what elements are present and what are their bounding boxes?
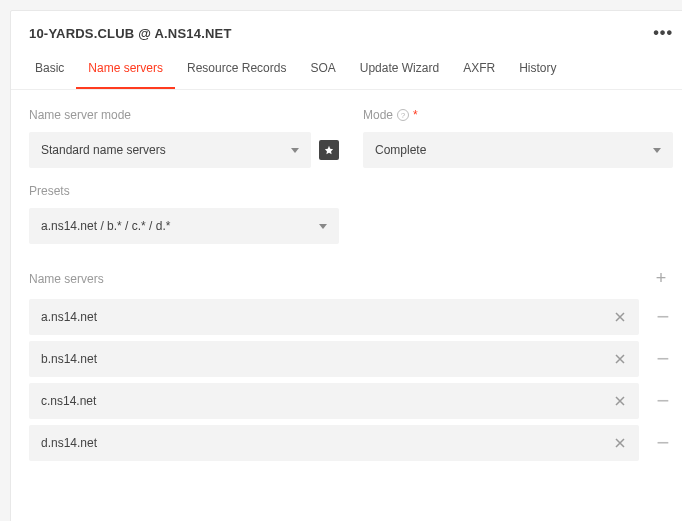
name-server-row: −	[29, 383, 673, 419]
panel-body: Name server mode Standard name servers P…	[11, 90, 682, 497]
name-server-input[interactable]	[41, 394, 611, 408]
remove-name-server-button[interactable]: −	[653, 348, 673, 370]
field-mode: Mode ? * Complete	[363, 108, 673, 168]
more-actions-button[interactable]: •••	[653, 25, 673, 41]
name-servers-header: Name servers +	[29, 268, 673, 289]
close-icon	[615, 354, 625, 364]
tab-resource-records[interactable]: Resource Records	[175, 47, 298, 89]
zone-edit-panel: 10-YARDS.CLUB @ A.NS14.NET ••• Basic Nam…	[10, 10, 682, 521]
clear-input-button[interactable]	[611, 434, 629, 452]
name-server-row: −	[29, 341, 673, 377]
name-server-input[interactable]	[41, 436, 611, 450]
required-indicator: *	[413, 108, 418, 122]
name-server-input[interactable]	[41, 352, 611, 366]
tab-soa[interactable]: SOA	[298, 47, 347, 89]
field-label-name-servers: Name servers	[29, 272, 104, 286]
select-value: Standard name servers	[41, 143, 166, 157]
select-mode[interactable]: Complete	[363, 132, 673, 168]
clear-input-button[interactable]	[611, 308, 629, 326]
panel-title: 10-YARDS.CLUB @ A.NS14.NET	[29, 26, 232, 41]
select-presets[interactable]: a.ns14.net / b.* / c.* / d.*	[29, 208, 339, 244]
close-icon	[615, 438, 625, 448]
chevron-down-icon	[319, 224, 327, 229]
clear-input-button[interactable]	[611, 392, 629, 410]
name-server-input-wrap	[29, 341, 639, 377]
select-value: a.ns14.net / b.* / c.* / d.*	[41, 219, 170, 233]
tab-name-servers[interactable]: Name servers	[76, 47, 175, 89]
panel-header: 10-YARDS.CLUB @ A.NS14.NET •••	[11, 11, 682, 47]
field-label-presets: Presets	[29, 184, 339, 198]
field-label-mode: Mode ? *	[363, 108, 673, 122]
remove-name-server-button[interactable]: −	[653, 432, 673, 454]
field-name-server-mode: Name server mode Standard name servers	[29, 108, 339, 168]
tab-history[interactable]: History	[507, 47, 568, 89]
tab-basic[interactable]: Basic	[29, 47, 76, 89]
field-presets: Presets a.ns14.net / b.* / c.* / d.*	[29, 184, 339, 244]
clear-input-button[interactable]	[611, 350, 629, 368]
close-icon	[615, 396, 625, 406]
select-value: Complete	[375, 143, 426, 157]
default-star-button[interactable]	[319, 140, 339, 160]
name-server-input-wrap	[29, 425, 639, 461]
tab-bar: Basic Name servers Resource Records SOA …	[11, 47, 682, 90]
help-icon[interactable]: ?	[397, 109, 409, 121]
panel-footer: CANCEL SAVE	[11, 497, 682, 521]
tab-update-wizard[interactable]: Update Wizard	[348, 47, 451, 89]
name-server-input-wrap	[29, 383, 639, 419]
add-name-server-button[interactable]: +	[649, 268, 673, 289]
mode-label-text: Mode	[363, 108, 393, 122]
name-server-row: −	[29, 425, 673, 461]
select-name-server-mode[interactable]: Standard name servers	[29, 132, 311, 168]
star-icon	[324, 145, 334, 155]
chevron-down-icon	[653, 148, 661, 153]
tab-axfr[interactable]: AXFR	[451, 47, 507, 89]
name-server-input-wrap	[29, 299, 639, 335]
remove-name-server-button[interactable]: −	[653, 390, 673, 412]
close-icon	[615, 312, 625, 322]
field-label-name-server-mode: Name server mode	[29, 108, 339, 122]
chevron-down-icon	[291, 148, 299, 153]
name-server-input[interactable]	[41, 310, 611, 324]
remove-name-server-button[interactable]: −	[653, 306, 673, 328]
name-server-row: −	[29, 299, 673, 335]
